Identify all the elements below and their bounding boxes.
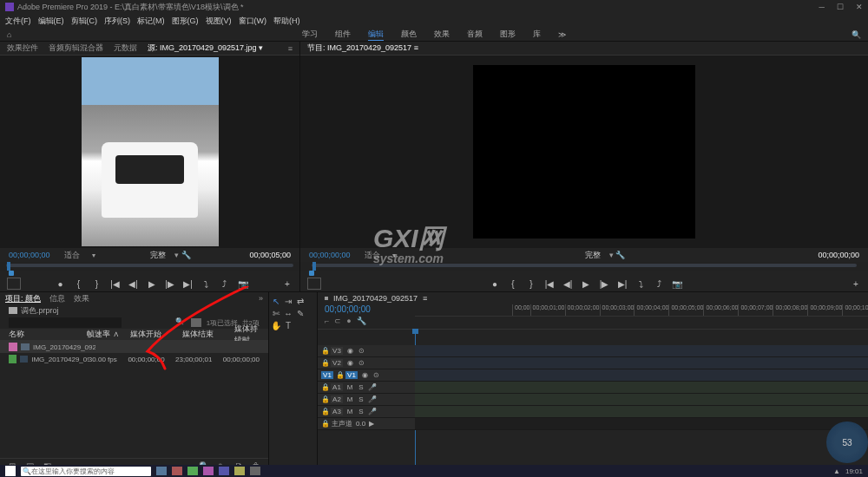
taskbar-app[interactable] bbox=[156, 467, 167, 475]
ws-audio[interactable]: 音频 bbox=[467, 29, 483, 40]
sync-icon[interactable]: ⊙ bbox=[357, 347, 365, 355]
lock-icon[interactable]: 🔒 bbox=[321, 383, 328, 391]
lock-icon[interactable]: 🔒 bbox=[321, 420, 328, 428]
menu-sequence[interactable]: 序列(S) bbox=[104, 16, 130, 27]
track-a2[interactable]: A2 bbox=[331, 395, 343, 403]
ws-libraries[interactable]: 库 bbox=[533, 29, 541, 40]
source-v1[interactable]: V1 bbox=[321, 371, 333, 379]
program-scrub[interactable] bbox=[300, 262, 868, 271]
source-tc-in[interactable]: 00;00;00;00 bbox=[9, 251, 50, 259]
pen-tool[interactable]: ✎ bbox=[295, 308, 306, 318]
col-framerate[interactable]: 帧速率 ∧ bbox=[87, 329, 130, 340]
source-fit[interactable]: 适合 bbox=[64, 250, 80, 261]
lock-icon[interactable]: 🔒 bbox=[321, 408, 328, 415]
program-fit-chevron[interactable]: ▾ bbox=[392, 252, 396, 259]
ws-color[interactable]: 颜色 bbox=[401, 29, 417, 40]
prog-extract[interactable]: ⤴ bbox=[654, 278, 664, 289]
hand-tool[interactable]: ✋ bbox=[271, 320, 281, 330]
snap-button[interactable]: ⌐ bbox=[325, 317, 329, 329]
button-editor-plus[interactable]: + bbox=[282, 278, 293, 289]
menu-file[interactable]: 文件(F) bbox=[5, 16, 31, 27]
mark-out-button[interactable]: } bbox=[92, 278, 102, 289]
home-icon[interactable]: ⌂ bbox=[7, 30, 11, 39]
menu-view[interactable]: 视图(V) bbox=[206, 16, 232, 27]
tab-program[interactable]: 节目: IMG_20170429_092517 ≡ bbox=[307, 42, 418, 54]
close-button[interactable]: ✕ bbox=[856, 3, 863, 11]
ws-learning[interactable]: 学习 bbox=[302, 29, 318, 40]
program-zoom-label[interactable]: 完整 bbox=[585, 250, 601, 261]
prog-add-marker[interactable]: ● bbox=[490, 278, 500, 289]
ws-overflow-icon[interactable]: ≫ bbox=[558, 30, 566, 39]
source-settings-button[interactable] bbox=[7, 278, 21, 290]
ws-graphics[interactable]: 图形 bbox=[500, 29, 516, 40]
lock-icon[interactable]: 🔒 bbox=[321, 359, 328, 367]
sync-icon[interactable]: ⊙ bbox=[372, 371, 380, 379]
track-v1-body[interactable] bbox=[415, 369, 868, 381]
track-select-tool[interactable]: ⇥ bbox=[283, 296, 293, 306]
go-in-button[interactable]: |◀ bbox=[110, 278, 121, 289]
search-icon[interactable]: 🔍 bbox=[852, 30, 861, 39]
menu-graphics[interactable]: 图形(G) bbox=[172, 16, 199, 27]
add-marker-button[interactable]: ● bbox=[56, 278, 66, 289]
program-settings-button[interactable] bbox=[307, 278, 321, 290]
tab-effects[interactable]: 效果 bbox=[74, 293, 89, 304]
play-button[interactable]: ▶ bbox=[147, 278, 157, 289]
col-media-end[interactable]: 媒体结束 bbox=[182, 329, 234, 340]
export-frame-button[interactable]: 📷 bbox=[238, 278, 248, 289]
menu-help[interactable]: 帮助(H) bbox=[273, 16, 300, 27]
project-item[interactable]: IMG_20170429_092517 30.00 fps 00;00;00;0… bbox=[0, 353, 268, 365]
timeline-menu-icon[interactable]: ≡ bbox=[423, 294, 427, 303]
mute-icon[interactable]: M bbox=[345, 408, 354, 415]
track-a3-body[interactable] bbox=[415, 406, 868, 417]
folder-icon[interactable] bbox=[191, 318, 201, 327]
taskbar-app[interactable] bbox=[172, 467, 182, 475]
linked-select-button[interactable]: ⊂ bbox=[334, 317, 341, 329]
source-zoom-dropdown[interactable]: ▾ bbox=[92, 252, 95, 259]
marker-button[interactable]: ● bbox=[346, 317, 351, 329]
track-a2-body[interactable] bbox=[415, 394, 868, 405]
solo-icon[interactable]: S bbox=[357, 408, 365, 415]
program-tc-in[interactable]: 00;00;00;00 bbox=[309, 251, 351, 259]
prog-go-in[interactable]: |◀ bbox=[544, 278, 555, 289]
taskbar-search[interactable]: 🔍 在这里输入你要搜索的内容 bbox=[21, 467, 151, 476]
track-a1[interactable]: A1 bbox=[331, 383, 343, 391]
selection-tool[interactable]: ↖ bbox=[271, 296, 281, 306]
razor-tool[interactable]: ✄ bbox=[271, 308, 281, 318]
menu-edit[interactable]: 编辑(E) bbox=[38, 16, 64, 27]
tab-metadata[interactable]: 元数据 bbox=[114, 42, 137, 54]
sequence-tab[interactable]: IMG_20170429_092517 bbox=[333, 294, 418, 303]
menu-clip[interactable]: 剪辑(C) bbox=[71, 16, 98, 27]
source-zoom-label[interactable]: 完整 bbox=[150, 250, 166, 261]
ws-effects[interactable]: 效果 bbox=[434, 29, 450, 40]
voice-icon[interactable]: 🎤 bbox=[368, 395, 377, 403]
taskbar-app[interactable] bbox=[250, 467, 260, 475]
tab-audio-mixer[interactable]: 音频剪辑混合器 bbox=[49, 42, 103, 54]
step-fwd-button[interactable]: |▶ bbox=[165, 278, 175, 289]
menu-marker[interactable]: 标记(M) bbox=[137, 16, 165, 27]
overwrite-button[interactable]: ⤴ bbox=[220, 278, 230, 289]
project-item[interactable]: IMG_20170429_092517.jpg bbox=[0, 341, 268, 353]
ws-editing[interactable]: 编辑 bbox=[368, 29, 384, 41]
ripple-edit-tool[interactable]: ⇄ bbox=[295, 296, 306, 306]
solo-icon[interactable]: S bbox=[357, 395, 365, 403]
col-name[interactable]: 名称 bbox=[9, 329, 87, 340]
taskbar-app[interactable] bbox=[219, 467, 229, 475]
clock[interactable]: 19:01 bbox=[845, 467, 863, 475]
lock-icon[interactable]: 🔒 bbox=[321, 395, 328, 403]
source-monitor[interactable] bbox=[0, 56, 299, 248]
program-fit[interactable]: 适合 bbox=[365, 250, 380, 261]
prog-mark-in[interactable]: { bbox=[508, 278, 518, 289]
sync-icon[interactable]: ⊙ bbox=[357, 359, 365, 367]
voice-icon[interactable]: 🎤 bbox=[368, 383, 377, 391]
program-zoom-chevron[interactable]: ▾ 🔧 bbox=[609, 251, 626, 259]
eye-icon[interactable]: ◉ bbox=[360, 371, 369, 379]
mark-in-button[interactable]: { bbox=[74, 278, 84, 289]
track-v2[interactable]: V2 bbox=[331, 359, 343, 367]
solo-icon[interactable]: S bbox=[357, 383, 365, 391]
source-scrub[interactable] bbox=[0, 262, 299, 271]
floating-widget[interactable]: 53 bbox=[826, 421, 868, 463]
program-monitor[interactable] bbox=[300, 56, 868, 248]
type-tool[interactable]: T bbox=[283, 320, 293, 330]
prog-button-editor-plus[interactable]: + bbox=[851, 278, 861, 289]
prog-step-fwd[interactable]: |▶ bbox=[599, 278, 609, 289]
